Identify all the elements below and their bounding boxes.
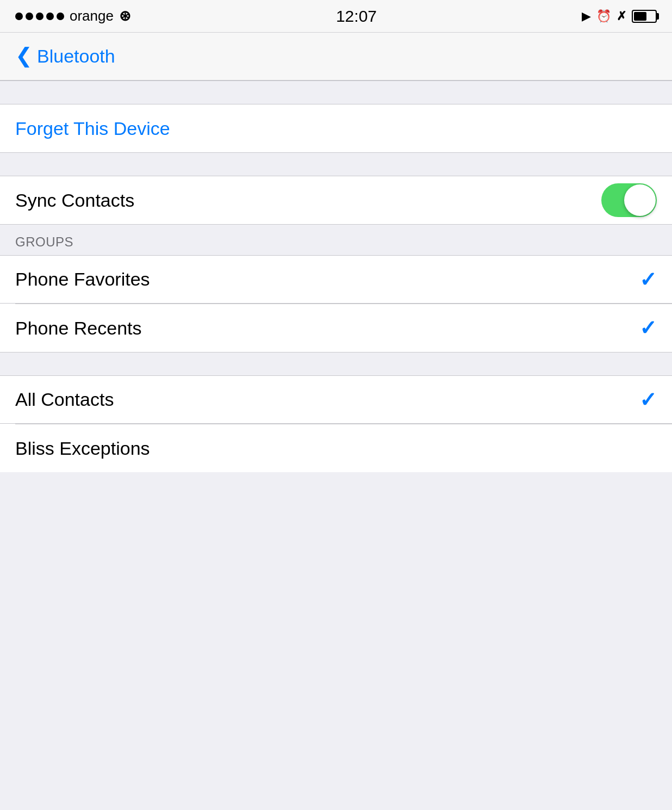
- phone-recents-check: ✓: [639, 316, 657, 340]
- alarm-icon: ⏰: [596, 9, 611, 23]
- status-bar: orange ⊛ 12:07 ▶ ⏰ ✗: [0, 0, 672, 33]
- forget-device-section: Forget This Device: [0, 104, 672, 152]
- signal-dot-1: [15, 13, 23, 20]
- signal-dot-5: [57, 13, 64, 20]
- status-time: 12:07: [336, 7, 377, 26]
- phone-favorites-cell[interactable]: Phone Favorites ✓: [0, 256, 672, 304]
- carrier-name: orange: [70, 8, 114, 24]
- bliss-exceptions-label: Bliss Exceptions: [15, 438, 657, 459]
- toggle-knob: [624, 184, 656, 216]
- battery-container: [632, 10, 657, 23]
- phone-recents-cell[interactable]: Phone Recents ✓: [0, 304, 672, 352]
- battery-fill: [634, 12, 646, 21]
- groups-section: Phone Favorites ✓ Phone Recents ✓: [0, 256, 672, 352]
- bliss-exceptions-cell[interactable]: Bliss Exceptions: [0, 424, 672, 472]
- phone-favorites-label: Phone Favorites: [15, 269, 639, 290]
- forget-device-label: Forget This Device: [15, 118, 657, 139]
- wifi-icon: ⊛: [119, 8, 131, 24]
- sync-contacts-toggle[interactable]: [601, 183, 657, 217]
- sync-contacts-label: Sync Contacts: [15, 190, 601, 211]
- back-button[interactable]: ❮ Bluetooth: [15, 46, 115, 67]
- location-icon: ▶: [582, 9, 591, 23]
- all-contacts-check: ✓: [639, 388, 657, 412]
- nav-header: ❮ Bluetooth: [0, 33, 672, 81]
- forget-device-cell[interactable]: Forget This Device: [0, 104, 672, 152]
- contacts-section: All Contacts ✓ Bliss Exceptions: [0, 376, 672, 472]
- status-left: orange ⊛: [15, 8, 131, 24]
- all-contacts-label: All Contacts: [15, 389, 639, 410]
- all-contacts-cell[interactable]: All Contacts ✓: [0, 376, 672, 424]
- sync-contacts-cell: Sync Contacts: [0, 176, 672, 224]
- signal-dots: [15, 13, 64, 20]
- signal-dot-2: [26, 13, 33, 20]
- groups-header-text: GROUPS: [15, 234, 73, 249]
- phone-recents-label: Phone Recents: [15, 318, 639, 339]
- phone-favorites-check: ✓: [639, 268, 657, 292]
- back-label: Bluetooth: [37, 46, 115, 67]
- groups-section-header: GROUPS: [0, 224, 672, 256]
- spacer-1: [0, 81, 672, 104]
- signal-dot-4: [46, 13, 54, 20]
- signal-dot-3: [36, 13, 43, 20]
- status-right: ▶ ⏰ ✗: [582, 9, 657, 23]
- battery-icon: [632, 10, 657, 23]
- spacer-2: [0, 152, 672, 176]
- spacer-3: [0, 352, 672, 376]
- sync-contacts-section: Sync Contacts: [0, 176, 672, 224]
- back-chevron-icon: ❮: [15, 45, 33, 66]
- bluetooth-icon: ✗: [617, 9, 626, 23]
